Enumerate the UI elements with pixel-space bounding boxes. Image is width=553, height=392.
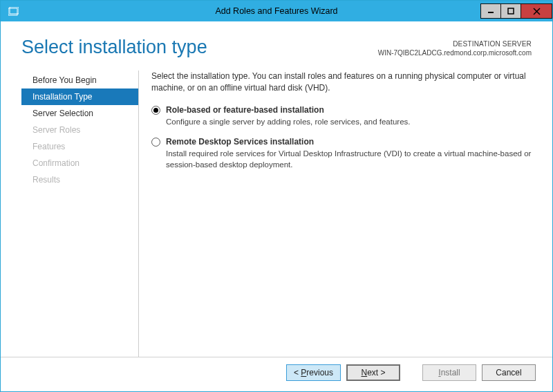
main-panel: Select the installation type. You can in… <box>139 71 532 357</box>
radio-option-role-based[interactable]: Role-based or feature-based installation… <box>151 105 532 127</box>
radio-option-remote-desktop[interactable]: Remote Desktop Services installation Ins… <box>151 137 532 170</box>
radio-label: Role-based or feature-based installation <box>166 105 532 115</box>
svg-rect-3 <box>508 8 514 14</box>
header-area: Select installation type DESTINATION SER… <box>1 21 552 58</box>
sidebar-item-features: Features <box>21 138 138 155</box>
window-title: Add Roles and Features Wizard <box>1 6 552 16</box>
minimize-button[interactable] <box>480 3 501 19</box>
radio-body: Remote Desktop Services installation Ins… <box>166 137 532 170</box>
window-controls <box>481 3 552 19</box>
cancel-button[interactable]: Cancel <box>482 364 536 381</box>
sidebar-item-confirmation: Confirmation <box>21 155 138 171</box>
button-bar: < Previous Next > Install Cancel <box>1 357 552 391</box>
body-area: Before You Begin Installation Type Serve… <box>1 58 552 357</box>
sidebar-item-server-selection[interactable]: Server Selection <box>21 105 138 122</box>
sidebar: Before You Begin Installation Type Serve… <box>21 71 139 357</box>
destination-value: WIN-7QIBC2LADCG.redmond.corp.microsoft.c… <box>378 48 532 57</box>
close-button[interactable] <box>521 3 552 19</box>
sidebar-item-before-you-begin[interactable]: Before You Begin <box>21 72 138 88</box>
radio-icon[interactable] <box>151 106 160 115</box>
sidebar-item-installation-type[interactable]: Installation Type <box>21 88 138 105</box>
titlebar[interactable]: Add Roles and Features Wizard <box>1 1 552 21</box>
radio-label: Remote Desktop Services installation <box>166 137 532 147</box>
maximize-button[interactable] <box>500 3 521 19</box>
radio-description: Install required role services for Virtu… <box>166 148 532 170</box>
app-icon <box>5 3 21 19</box>
previous-button[interactable]: < Previous <box>286 364 341 381</box>
destination-server-info: DESTINATION SERVER WIN-7QIBC2LADCG.redmo… <box>378 39 532 57</box>
page-title: Select installation type <box>21 37 207 58</box>
destination-label: DESTINATION SERVER <box>378 39 532 48</box>
radio-description: Configure a single server by adding role… <box>166 116 532 127</box>
content-area: Select installation type DESTINATION SER… <box>1 21 552 391</box>
install-button: Install <box>422 364 476 381</box>
wizard-window: Add Roles and Features Wizard Select ins… <box>0 0 553 392</box>
sidebar-item-server-roles: Server Roles <box>21 122 138 138</box>
radio-body: Role-based or feature-based installation… <box>166 105 532 127</box>
radio-icon[interactable] <box>151 138 160 147</box>
intro-text: Select the installation type. You can in… <box>151 71 532 94</box>
sidebar-item-results: Results <box>21 171 138 188</box>
next-button[interactable]: Next > <box>346 364 400 381</box>
